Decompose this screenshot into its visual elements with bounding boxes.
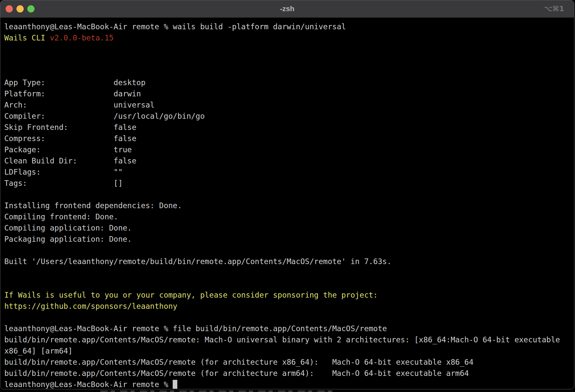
terminal-line	[4, 43, 570, 55]
window-title: -zsh	[0, 0, 574, 17]
terminal-line: Clean Build Dir: false	[4, 155, 570, 166]
terminal-cursor	[173, 380, 177, 389]
terminal-text-segment: leaanthony@Leas-MacBook-Air remote % fil…	[4, 324, 387, 333]
terminal-text-segment: Arch: universal	[4, 101, 155, 109]
background-window-artifact	[100, 390, 334, 392]
window-titlebar[interactable]: -zsh ⌥⌘1	[0, 0, 574, 18]
terminal-output[interactable]: leaanthony@Leas-MacBook-Air remote % wai…	[0, 18, 574, 389]
terminal-text-segment: build/bin/remote.app/Contents/MacOS/remo…	[4, 335, 560, 344]
terminal-text-segment: v2.0.0-beta.15	[50, 34, 113, 42]
terminal-line: Arch: universal	[4, 99, 570, 110]
terminal-text-segment: leaanthony@Leas-MacBook-Air remote % wai…	[4, 22, 346, 31]
terminal-text-segment: Built '/Users/leaanthony/remote/build/bi…	[4, 257, 391, 266]
terminal-line	[4, 278, 570, 289]
terminal-text-segment: App Type: desktop	[4, 78, 145, 87]
terminal-line: Built '/Users/leaanthony/remote/build/bi…	[4, 256, 570, 267]
terminal-line: Platform: darwin	[4, 88, 570, 99]
terminal-text-segment: Clean Build Dir: false	[4, 157, 137, 165]
terminal-text-segment: Skip Frontend: false	[4, 123, 137, 132]
terminal-text-segment: build/bin/remote.app/Contents/MacOS/remo…	[4, 369, 469, 378]
terminal-line	[4, 267, 570, 278]
terminal-line: Packaging application: Done.	[4, 233, 570, 245]
terminal-line: x86_64] [arm64]	[4, 345, 570, 356]
terminal-text-segment: Compiling frontend: Done.	[4, 212, 118, 221]
terminal-text-segment: Installing frontend dependencies: Done.	[4, 201, 182, 210]
terminal-text-segment: x86_64] [arm64]	[4, 347, 73, 355]
terminal-line: If Wails is useful to you or your compan…	[4, 289, 570, 301]
terminal-window: -zsh ⌥⌘1 leaanthony@Leas-MacBook-Air rem…	[0, 0, 574, 389]
terminal-text-segment: If Wails is useful to you or your compan…	[4, 291, 378, 299]
terminal-text-segment: https://github.com/sponsors/leaanthony	[4, 302, 177, 310]
terminal-text-segment: Compiling application: Done.	[4, 224, 132, 232]
terminal-line: leaanthony@Leas-MacBook-Air remote % wai…	[4, 21, 570, 32]
terminal-text-segment: LDFlags: ""	[4, 168, 123, 176]
terminal-line: build/bin/remote.app/Contents/MacOS/remo…	[4, 334, 570, 345]
terminal-text-segment: Wails CLI	[4, 34, 50, 42]
terminal-line	[4, 55, 570, 66]
terminal-text-segment: Platform: darwin	[4, 89, 141, 98]
terminal-line: leaanthony@Leas-MacBook-Air remote % fil…	[4, 323, 570, 334]
terminal-line: Compiler: /usr/local/go/bin/go	[4, 110, 570, 122]
terminal-line: Skip Frontend: false	[4, 122, 570, 133]
terminal-line: Installing frontend dependencies: Done.	[4, 200, 570, 211]
window-shortcut-badge: ⌥⌘1	[544, 0, 564, 17]
terminal-line	[4, 312, 570, 323]
terminal-text-segment: leaanthony@Leas-MacBook-Air remote %	[4, 380, 173, 389]
terminal-text-segment: Tags: []	[4, 179, 123, 187]
terminal-line: Compiling frontend: Done.	[4, 211, 570, 222]
terminal-text-segment: Compiler: /usr/local/go/bin/go	[4, 112, 205, 120]
terminal-line: Package: true	[4, 144, 570, 155]
terminal-line: https://github.com/sponsors/leaanthony	[4, 301, 570, 312]
terminal-line	[4, 66, 570, 77]
terminal-line: Compiling application: Done.	[4, 222, 570, 233]
terminal-text-segment: build/bin/remote.app/Contents/MacOS/remo…	[4, 358, 473, 366]
terminal-line: LDFlags: ""	[4, 166, 570, 178]
terminal-line: Compress: false	[4, 133, 570, 144]
terminal-line	[4, 189, 570, 200]
terminal-text-segment: Packaging application: Done.	[4, 235, 132, 243]
terminal-line: Tags: []	[4, 178, 570, 189]
terminal-line: App Type: desktop	[4, 77, 570, 88]
terminal-line: build/bin/remote.app/Contents/MacOS/remo…	[4, 356, 570, 368]
terminal-line: Wails CLI v2.0.0-beta.15	[4, 32, 570, 43]
terminal-line	[4, 245, 570, 256]
terminal-line: leaanthony@Leas-MacBook-Air remote %	[4, 379, 570, 389]
terminal-text-segment: Compress: false	[4, 134, 137, 143]
terminal-text-segment: Package: true	[4, 145, 132, 154]
terminal-line: build/bin/remote.app/Contents/MacOS/remo…	[4, 368, 570, 379]
